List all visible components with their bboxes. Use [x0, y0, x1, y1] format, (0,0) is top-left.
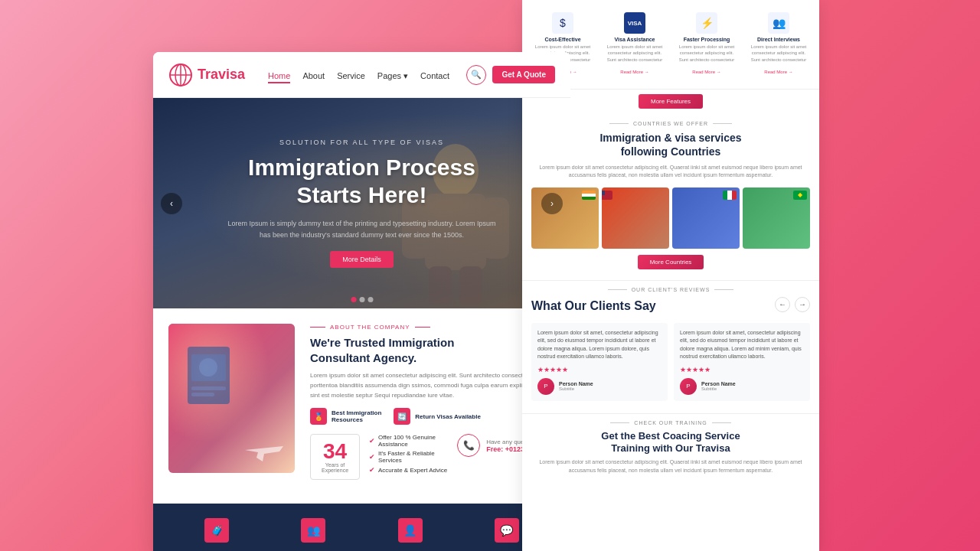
- visa-desc: Lorem ipsum dolor sit amet consectetur a…: [603, 44, 666, 63]
- interviews-desc: Lorem ipsum dolor sit amet consectetur a…: [747, 44, 810, 63]
- nav-about[interactable]: About: [302, 68, 325, 82]
- visa-title: Visa Assistance: [603, 37, 666, 42]
- visa-card-icon: VISA: [624, 12, 645, 34]
- service-3: ✔ Accurate & Expert Advice: [369, 466, 448, 474]
- countries-title: Immigration & visa servicesfollowing Cou…: [531, 131, 810, 158]
- feature-immigration: 🏅 Best ImmigrationResources: [310, 408, 381, 425]
- hero-subtitle: SOLUTION FOR ALL TYPE OF VISAS: [228, 139, 496, 146]
- training-section-label: CHECK OUR TRAINING: [531, 420, 810, 425]
- logo[interactable]: Travisa: [168, 63, 245, 87]
- feature-immigration-label: Best ImmigrationResources: [332, 409, 381, 423]
- check-icon-1: ✔: [369, 437, 375, 445]
- country-austria: [672, 187, 740, 249]
- cost-title: Cost-Effective: [531, 37, 594, 42]
- processing-title: Faster Processing: [675, 37, 738, 42]
- author-1-info: Person Name Subtitle: [559, 381, 593, 391]
- about-title: We're Trusted ImmigrationConsultant Agen…: [310, 335, 555, 365]
- visa-icon: 🔄: [394, 408, 410, 425]
- years-experience-box: 34 Years ofExperience: [310, 434, 360, 480]
- more-countries-button[interactable]: More Countries: [638, 255, 704, 269]
- visa-link[interactable]: Read More →: [620, 70, 648, 74]
- hero-section: ‹ SOLUTION FOR ALL TYPE OF VISAS Immigra…: [153, 98, 570, 308]
- hero-description: Lorem Ipsum is simply dummy text of the …: [228, 218, 496, 240]
- hero-dot-1[interactable]: [351, 297, 356, 302]
- stat-1: 🧳: [204, 518, 229, 543]
- interviews-link[interactable]: Read More →: [764, 70, 792, 74]
- review-card-2: Lorem ipsum dolor sit amet, consectetur …: [674, 323, 810, 401]
- about-image: [168, 324, 295, 473]
- stat-3: 👤: [398, 518, 423, 543]
- nav-contact[interactable]: Contact: [420, 68, 449, 82]
- review-1-text: Lorem ipsum dolor sit amet, consectetur …: [537, 329, 662, 361]
- reviews-title: What Our Clients Say: [531, 298, 656, 315]
- about-content: ABOUT THE COMPANY We're Trusted Immigrat…: [310, 324, 555, 480]
- globe-icon: [168, 63, 193, 87]
- review-navigation: ← →: [775, 297, 810, 312]
- nav-home[interactable]: Home: [268, 68, 290, 82]
- hero-dots: [351, 297, 373, 302]
- author-2-avatar: P: [680, 378, 697, 395]
- reviews-section: OUR CLIENT'S REVIEWS What Our Clients Sa…: [522, 281, 819, 414]
- feature-visa: 🔄 Return Visas Available: [394, 408, 481, 425]
- hero-dot-2[interactable]: [359, 297, 364, 302]
- about-description: Lorem ipsum dolor sit amet consectetur a…: [310, 371, 555, 400]
- service-3-label: Accurate & Expert Advice: [378, 467, 447, 474]
- svg-rect-8: [429, 266, 452, 305]
- austria-flag: [723, 191, 737, 200]
- group-icon: 👥: [301, 518, 325, 543]
- feature-visa-label: Return Visas Available: [415, 413, 481, 420]
- service-2: ✔ It's Faster & Reliable Services: [369, 450, 448, 464]
- stat-2: 👥: [301, 518, 325, 543]
- more-features-button[interactable]: More Features: [639, 94, 703, 109]
- person-icon: 👤: [398, 518, 423, 543]
- countries-grid: [531, 187, 810, 249]
- about-features: 🏅 Best ImmigrationResources 🔄 Return Vis…: [310, 408, 555, 425]
- hero-next-button[interactable]: ›: [541, 193, 563, 214]
- check-icon-3: ✔: [369, 466, 375, 474]
- brand-name: Travisa: [198, 67, 245, 83]
- countries-section-label: COUNTRIES WE OFFER: [531, 121, 810, 126]
- search-button[interactable]: 🔍: [466, 65, 486, 85]
- training-section: CHECK OUR TRAINING Get the Best Coacing …: [522, 414, 819, 481]
- review-next-button[interactable]: →: [795, 297, 810, 312]
- country-brazil: [743, 187, 810, 249]
- svg-rect-13: [191, 386, 226, 390]
- nav-right: 🔍 Get A Quote: [466, 65, 555, 85]
- review-1-stars: ★★★★★: [537, 366, 662, 373]
- review-2-author: P Person Name Subtitle: [680, 378, 804, 395]
- nav-pages[interactable]: Pages ▾: [377, 68, 408, 82]
- years-label: Years ofExperience: [322, 462, 348, 473]
- review-2-text: Lorem ipsum dolor sit amet, consectetur …: [680, 329, 804, 361]
- brazil-flag: [793, 191, 807, 200]
- reviews-section-label: OUR CLIENT'S REVIEWS: [531, 287, 810, 292]
- countries-section: COUNTRIES WE OFFER Immigration & visa se…: [522, 113, 819, 280]
- author-2-info: Person Name Subtitle: [701, 381, 736, 391]
- review-prev-button[interactable]: ←: [775, 297, 790, 312]
- interviews-icon: 👥: [768, 12, 789, 34]
- get-quote-button[interactable]: Get A Quote: [492, 66, 555, 83]
- author-2-role: Subtitle: [701, 386, 736, 391]
- nav-service[interactable]: Service: [337, 68, 365, 82]
- immigration-icon: 🏅: [310, 408, 327, 425]
- chat-icon: 💬: [495, 518, 519, 543]
- author-1-avatar: P: [537, 378, 554, 395]
- review-cards: Lorem ipsum dolor sit amet, consectetur …: [531, 323, 810, 401]
- processing-icon: ⚡: [696, 12, 717, 34]
- luggage-icon: 🧳: [204, 518, 229, 543]
- training-description: Lorem ipsum dolor sit amet consectetur a…: [531, 458, 810, 474]
- check-icon-2: ✔: [369, 453, 375, 461]
- service-1: ✔ Offer 100 % Genuine Assistance: [369, 434, 448, 448]
- hero-prev-button[interactable]: ‹: [161, 193, 182, 214]
- hero-dot-3[interactable]: [368, 297, 373, 302]
- hero-content: SOLUTION FOR ALL TYPE OF VISAS Immigrati…: [198, 139, 527, 268]
- phone-icon[interactable]: 📞: [457, 434, 480, 457]
- stats-strip: 🧳 👥 👤 💬: [153, 504, 570, 551]
- processing-link[interactable]: Read More →: [692, 70, 720, 74]
- service-1-label: Offer 100 % Genuine Assistance: [378, 434, 448, 448]
- india-flag: [582, 191, 596, 200]
- processing-desc: Lorem ipsum dolor sit amet consectetur a…: [675, 44, 738, 63]
- feature-visa: VISA Visa Assistance Lorem ipsum dolor s…: [600, 8, 669, 81]
- hero-cta-button[interactable]: More Details: [330, 251, 394, 268]
- plane-graphic: [241, 435, 287, 465]
- svg-point-12: [199, 358, 217, 377]
